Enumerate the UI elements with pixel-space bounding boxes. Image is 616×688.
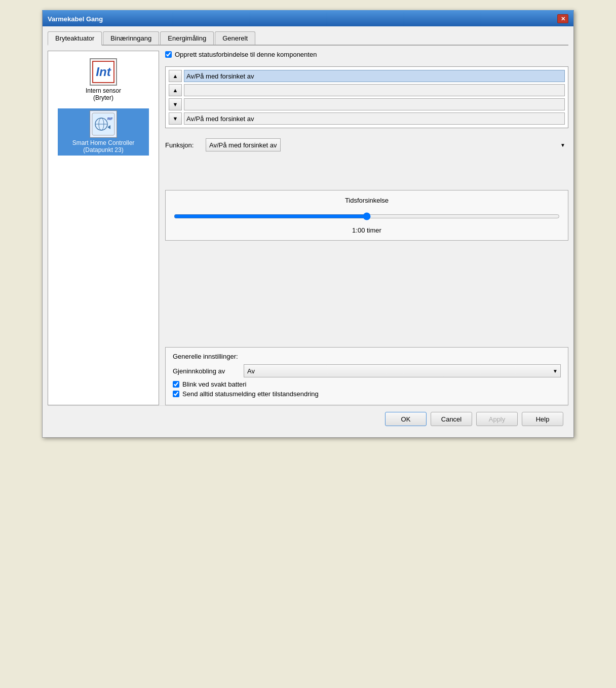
- content-area: Int Intern sensor (Bryter): [48, 51, 568, 405]
- device-smart-home-controller[interactable]: RF Smart Home Controller (Datapunkt 23): [58, 108, 149, 156]
- slider-group: Tidsforsinkelse 1:00 timer: [165, 190, 568, 241]
- smart-home-icon: RF: [90, 110, 117, 138]
- send-status-label: Send alltid statusmelding etter tilstand…: [182, 390, 319, 398]
- list-item-2[interactable]: [184, 84, 565, 96]
- list-item-4[interactable]: [184, 112, 565, 125]
- apply-button[interactable]: Apply: [476, 412, 518, 426]
- list-item-3[interactable]: [184, 98, 565, 110]
- window-body: Bryteaktuator Binærinngang Energimåling …: [43, 26, 573, 437]
- status-checkbox-row: Opprett statusforbindelse til denne komp…: [165, 51, 568, 58]
- close-button[interactable]: ✕: [557, 14, 568, 23]
- funksjon-row: Funksjon: Av/På med forsinket av Av/På D…: [165, 138, 568, 151]
- bottom-buttons: OK Cancel Apply Help: [48, 405, 568, 432]
- help-button[interactable]: Help: [522, 412, 563, 426]
- list-item-1[interactable]: [184, 70, 565, 82]
- left-panel: Int Intern sensor (Bryter): [48, 51, 159, 405]
- send-status-checkbox[interactable]: [173, 391, 179, 397]
- list-row-4: ▼: [169, 112, 565, 125]
- funksjon-select[interactable]: Av/På med forsinket av Av/På Dimmer Jalu…: [206, 138, 281, 151]
- list-up-btn-2[interactable]: ▲: [169, 84, 182, 96]
- gjeninnkobling-label: Gjeninnkobling av: [173, 367, 239, 375]
- gjeninnkobling-select[interactable]: Av På: [244, 364, 561, 377]
- list-down-btn-2[interactable]: ▼: [169, 112, 182, 125]
- status-checkbox[interactable]: [165, 51, 172, 58]
- status-checkbox-label: Opprett statusforbindelse til denne komp…: [175, 51, 317, 58]
- send-status-check-row: Send alltid statusmelding etter tilstand…: [173, 390, 561, 398]
- tab-generelt[interactable]: Generelt: [215, 31, 255, 45]
- tab-energimaling[interactable]: Energimåling: [160, 31, 214, 45]
- gjeninnkobling-select-wrapper: Av På ▼: [244, 364, 561, 377]
- list-row-3: ▼: [169, 98, 565, 110]
- gjeninnkobling-row: Gjeninnkobling av Av På ▼: [173, 364, 561, 377]
- general-settings: Generelle innstillinger: Gjeninnkobling …: [165, 347, 568, 405]
- time-delay-slider[interactable]: [174, 212, 560, 220]
- spacer-2: [165, 254, 568, 342]
- list-down-btn-1[interactable]: ▼: [169, 98, 182, 110]
- list-box-area: ▲ ▲ ▼ ▼: [165, 66, 568, 128]
- title-bar: Varmekabel Gang ✕: [43, 11, 573, 26]
- blink-label: Blink ved svakt batteri: [182, 380, 246, 388]
- blink-checkbox[interactable]: [173, 381, 179, 388]
- list-row-2: ▲: [169, 84, 565, 96]
- intern-sensor-icon: Int: [90, 58, 117, 86]
- window-title: Varmekabel Gang: [48, 15, 103, 23]
- smart-home-label: Smart Home Controller (Datapunkt 23): [72, 139, 135, 154]
- list-row-1: ▲: [169, 70, 565, 82]
- icon-text: Int: [96, 65, 110, 79]
- spacer-1: [165, 165, 568, 185]
- tab-bryteaktuator[interactable]: Bryteaktuator: [48, 31, 102, 46]
- funksjon-select-wrapper: Av/På med forsinket av Av/På Dimmer Jalu…: [206, 138, 568, 151]
- funksjon-select-arrow: ▼: [560, 142, 565, 148]
- main-window: Varmekabel Gang ✕ Bryteaktuator Binærinn…: [42, 10, 574, 438]
- funksjon-label: Funksjon:: [165, 141, 201, 149]
- blink-check-row: Blink ved svakt batteri: [173, 380, 561, 388]
- slider-wrapper: [174, 209, 560, 223]
- device-intern-sensor[interactable]: Int Intern sensor (Bryter): [58, 56, 149, 103]
- tab-bar: Bryteaktuator Binærinngang Energimåling …: [48, 31, 568, 46]
- ok-button[interactable]: OK: [385, 412, 427, 426]
- right-panel: Opprett statusforbindelse til denne komp…: [165, 51, 568, 405]
- slider-value: 1:00 timer: [174, 226, 560, 234]
- general-settings-title: Generelle innstillinger:: [173, 353, 561, 360]
- list-up-btn-1[interactable]: ▲: [169, 70, 182, 82]
- slider-title: Tidsforsinkelse: [174, 197, 560, 204]
- tab-binaerinngang[interactable]: Binærinngang: [103, 31, 159, 45]
- cancel-button[interactable]: Cancel: [431, 412, 472, 426]
- svg-text:RF: RF: [107, 117, 113, 121]
- intern-sensor-label: Intern sensor (Bryter): [86, 87, 121, 101]
